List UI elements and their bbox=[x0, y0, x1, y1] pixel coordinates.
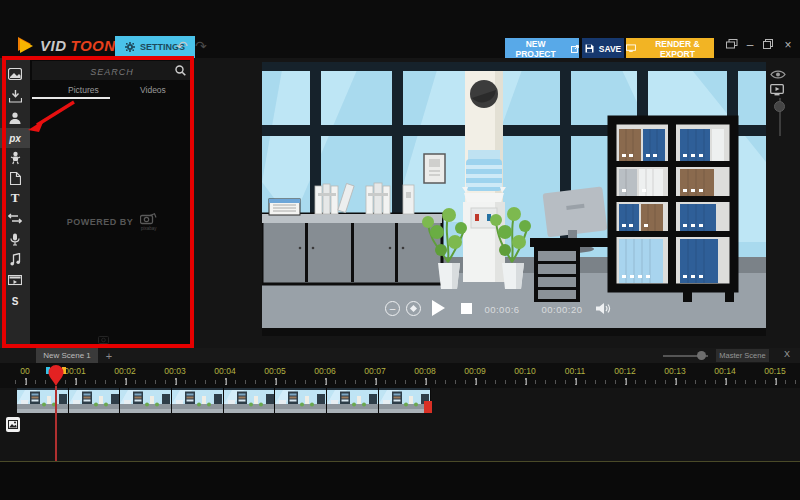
timeline-thumbnail[interactable] bbox=[224, 388, 276, 413]
search-icon[interactable] bbox=[175, 65, 186, 76]
playhead[interactable] bbox=[44, 363, 68, 389]
search-bar[interactable] bbox=[32, 61, 192, 80]
pixabay-icon: px bbox=[9, 133, 21, 144]
zoom-out-icon: – bbox=[390, 304, 396, 314]
text-tool-icon: T bbox=[11, 190, 20, 206]
canvas-zoom-slider-thumb[interactable] bbox=[774, 101, 785, 112]
sidebar-item-images[interactable] bbox=[0, 64, 30, 84]
timeline-ruler[interactable]: 0000:0100:0200:0300:0400:0500:0600:0700:… bbox=[0, 363, 800, 388]
timeline-zoom-slider-thumb[interactable] bbox=[697, 351, 706, 360]
timeline-thumbnail[interactable] bbox=[275, 388, 327, 413]
timeline-thumbnail[interactable] bbox=[172, 388, 224, 413]
sidebar-item-music[interactable] bbox=[0, 249, 30, 269]
active-tab-underline bbox=[32, 97, 110, 99]
new-project-button[interactable]: NEW PROJECT bbox=[505, 38, 579, 59]
person-icon bbox=[9, 112, 21, 125]
sidebar-item-characters[interactable] bbox=[0, 108, 30, 128]
logo-play-icon bbox=[16, 36, 36, 54]
sidebar-item-scenes[interactable] bbox=[0, 168, 30, 188]
sales-icon: S bbox=[12, 296, 19, 307]
redo-icon[interactable]: ↷ bbox=[195, 38, 207, 54]
sidebar-item-sales[interactable]: S bbox=[0, 291, 30, 311]
audio-track-area[interactable] bbox=[0, 462, 800, 500]
render-export-button[interactable]: RENDER & EXPORT bbox=[626, 38, 714, 59]
search-input[interactable] bbox=[32, 63, 192, 82]
clip-end-marker[interactable] bbox=[424, 401, 432, 413]
sidebar-item-video[interactable] bbox=[0, 271, 30, 291]
swap-arrows-icon bbox=[8, 213, 22, 224]
sidebar-item-voiceover[interactable] bbox=[0, 229, 30, 249]
left-toolbar: px T S bbox=[0, 58, 30, 348]
stop-button[interactable] bbox=[461, 303, 472, 314]
master-scene-button[interactable]: Master Scene bbox=[716, 349, 769, 362]
add-scene-button[interactable]: + bbox=[102, 348, 116, 363]
scene-tab[interactable]: New Scene 1 bbox=[36, 348, 98, 363]
sidebar-item-import[interactable] bbox=[0, 86, 30, 106]
pixabay-logo: pixabay bbox=[140, 213, 157, 231]
microphone-icon bbox=[10, 233, 20, 246]
image-track-icon[interactable] bbox=[6, 417, 20, 432]
tab-pictures[interactable]: Pictures bbox=[68, 85, 99, 95]
video-canvas[interactable]: – 00:00:6 00:00:20 bbox=[262, 62, 766, 336]
save-label: SAVE bbox=[599, 44, 622, 54]
gear-icon bbox=[125, 42, 135, 52]
playhead-line bbox=[55, 386, 57, 461]
image-icon bbox=[8, 68, 22, 80]
sidebar-item-text[interactable]: T bbox=[0, 188, 30, 208]
external-link-icon bbox=[571, 45, 579, 53]
playback-controls: – 00:00:6 00:00:20 bbox=[262, 298, 766, 328]
sidebar-item-pixabay[interactable]: px bbox=[0, 128, 30, 148]
timeline-thumbnail[interactable] bbox=[120, 388, 172, 413]
video-track-thumbnails[interactable] bbox=[17, 388, 431, 413]
new-project-label: NEW PROJECT bbox=[505, 39, 566, 59]
powered-by: POWERED BY pixabay bbox=[30, 213, 194, 231]
panel-watermark-icon bbox=[98, 330, 111, 348]
logo-text-vid: VID bbox=[40, 37, 67, 54]
pixabay-logo-text: pixabay bbox=[141, 226, 157, 231]
save-button[interactable]: SAVE bbox=[582, 38, 624, 59]
tab-videos[interactable]: Videos bbox=[140, 85, 166, 95]
current-time: 00:00:6 bbox=[482, 304, 522, 315]
sidebar-item-transitions[interactable] bbox=[0, 208, 30, 228]
floppy-icon bbox=[585, 44, 594, 53]
timeline-thumbnail[interactable] bbox=[379, 388, 431, 413]
close-button[interactable]: × bbox=[780, 38, 796, 52]
top-bar: VIDTOON SETTINGS ↶ ↷ NEW PROJECT bbox=[0, 0, 800, 58]
puppet-icon bbox=[9, 151, 22, 165]
zoom-out-button[interactable]: – bbox=[385, 301, 400, 316]
video-player-icon bbox=[8, 275, 22, 287]
zoom-in-icon bbox=[410, 305, 417, 312]
volume-icon[interactable] bbox=[596, 302, 611, 315]
bookshelf bbox=[612, 120, 734, 302]
play-button[interactable] bbox=[432, 300, 445, 316]
cascade-windows-icon[interactable] bbox=[724, 38, 740, 52]
logo-text-toon: TOON bbox=[71, 37, 116, 54]
total-time: 00:00:20 bbox=[540, 304, 584, 315]
timeline-thumbnail[interactable] bbox=[327, 388, 379, 413]
timeline-close-button[interactable]: X bbox=[784, 349, 790, 359]
music-note-icon bbox=[10, 253, 21, 266]
office-scene-illustration bbox=[262, 62, 766, 336]
document-icon bbox=[10, 172, 21, 185]
zoom-in-button[interactable] bbox=[406, 301, 421, 316]
maximize-button[interactable] bbox=[760, 38, 776, 52]
scene-tab-bar: New Scene 1 + Master Scene X bbox=[0, 348, 800, 363]
minimize-button[interactable]: – bbox=[742, 38, 758, 52]
render-monitor-icon bbox=[626, 44, 636, 53]
timeline-thumbnail[interactable] bbox=[69, 388, 121, 413]
vidtoon-app: VIDTOON SETTINGS ↶ ↷ NEW PROJECT bbox=[0, 0, 800, 500]
powered-by-label: POWERED BY bbox=[67, 217, 134, 227]
pixabay-search-panel: Pictures Videos POWERED BY pixabay bbox=[30, 58, 194, 348]
vidtoon-logo: VIDTOON bbox=[16, 36, 116, 54]
timeline-thumbnail[interactable] bbox=[17, 388, 69, 413]
render-export-label: RENDER & EXPORT bbox=[641, 39, 714, 59]
preview-monitor-icon[interactable] bbox=[770, 82, 784, 100]
download-icon bbox=[9, 90, 22, 103]
undo-icon[interactable]: ↶ bbox=[176, 38, 188, 54]
sidebar-item-props[interactable] bbox=[0, 148, 30, 168]
